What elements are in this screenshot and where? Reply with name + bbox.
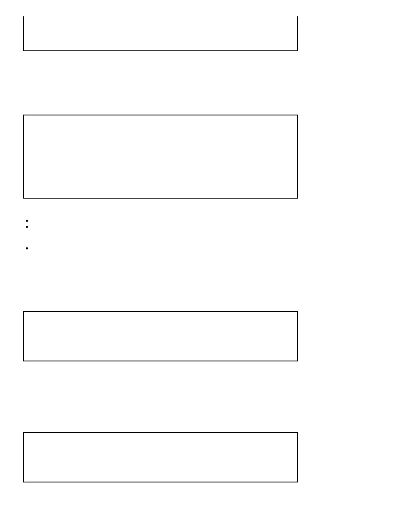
- outlined-box-4: [23, 432, 298, 482]
- box-border-right: [297, 16, 298, 51]
- box-border-left: [23, 16, 24, 51]
- outlined-box-1: [23, 16, 298, 51]
- outlined-box-3: [23, 311, 298, 361]
- box-border-bottom: [23, 50, 298, 51]
- outlined-box-2: [23, 115, 298, 199]
- bullet-point: [26, 220, 28, 222]
- bullet-point: [26, 226, 28, 228]
- bullet-point: [26, 247, 28, 249]
